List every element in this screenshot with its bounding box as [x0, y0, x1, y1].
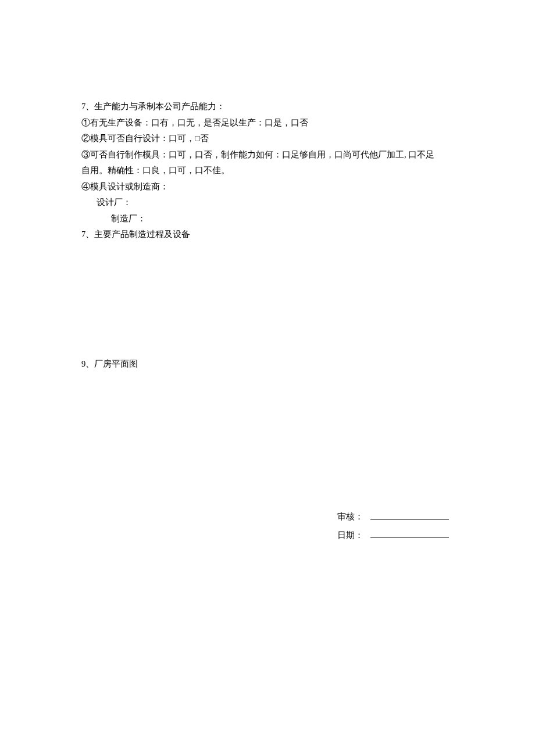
design-factory: 设计厂：	[81, 195, 454, 211]
question-2: ②模具可否自行设计：口可，□否	[81, 131, 454, 147]
date-input-line[interactable]	[370, 530, 449, 539]
question-1: ①有无生产设备：口有，口无，是否足以生产：口是，口否	[81, 115, 454, 131]
question-4: ④模具设计或制造商：	[81, 179, 454, 195]
date-label: 日期：	[337, 528, 363, 544]
section-7b-title: 7、主要产品制造过程及设备	[81, 227, 454, 243]
section-9-title: 9、厂房平面图	[81, 356, 454, 372]
signature-block: 审核： 日期：	[81, 509, 454, 543]
reviewer-row: 审核：	[337, 509, 454, 525]
date-row: 日期：	[337, 528, 454, 544]
question-3-line-1: ③可否自行制作模具：口可，口否，制作能力如何：口足够自用，口尚可代他厂加工, 口…	[81, 147, 454, 163]
section-7-title: 7、生产能力与承制本公司产品能力：	[81, 99, 454, 115]
question-3-line-2: 自用。精确性：口良，口可，口不佳。	[81, 163, 454, 179]
reviewer-input-line[interactable]	[370, 511, 449, 520]
manufacture-factory: 制造厂：	[81, 211, 454, 227]
reviewer-label: 审核：	[337, 509, 363, 525]
document-content: 7、生产能力与承制本公司产品能力： ①有无生产设备：口有，口无，是否足以生产：口…	[81, 99, 454, 544]
